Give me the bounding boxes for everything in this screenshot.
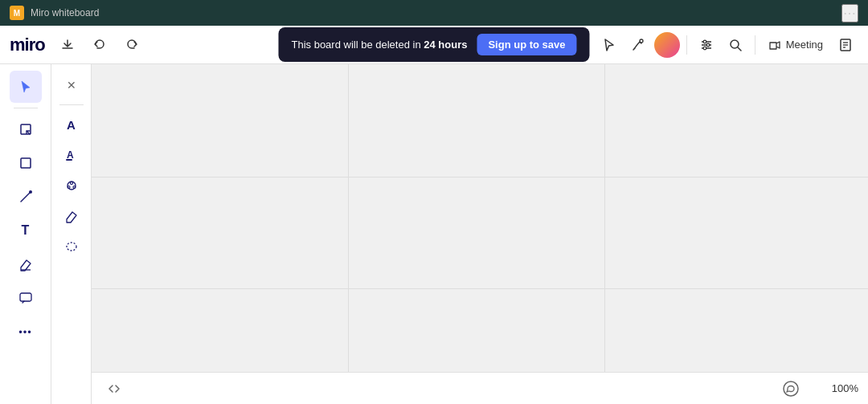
select-tool-button[interactable] [10, 71, 42, 103]
text-a-tool-button[interactable]: A [57, 110, 86, 139]
notification-banner: This board will be deleted in 24 hours S… [278, 27, 589, 62]
sidebar-divider [14, 108, 38, 108]
avatar[interactable] [654, 32, 680, 58]
svg-point-0 [640, 39, 643, 43]
text-style-tool-button[interactable]: A [57, 141, 86, 169]
meeting-label: Meeting [786, 39, 823, 51]
redo-button[interactable] [119, 32, 145, 58]
svg-point-22 [70, 182, 72, 185]
bottom-bar: 100% [92, 372, 868, 404]
zoom-level: 100% [832, 382, 858, 394]
expand-button[interactable] [101, 376, 127, 402]
eraser-tool-button[interactable] [10, 248, 42, 280]
svg-point-16 [29, 190, 32, 194]
panel-eraser-button[interactable] [57, 202, 86, 231]
undo-button[interactable] [87, 32, 113, 58]
settings-button[interactable] [694, 32, 719, 58]
sticky-note-tool-button[interactable] [10, 113, 42, 145]
search-button[interactable] [723, 32, 748, 58]
svg-point-25 [67, 243, 76, 251]
svg-line-15 [21, 192, 31, 202]
grid-line-h1 [92, 177, 868, 178]
app-icon: M [10, 6, 24, 20]
comment-tool-button[interactable] [10, 282, 42, 314]
svg-line-8 [738, 47, 741, 51]
line-tool-button[interactable] [10, 181, 42, 213]
cursor-tool-button[interactable] [596, 32, 622, 58]
panel-divider [59, 104, 84, 105]
svg-point-5 [706, 43, 710, 47]
toolbar: miro This board will be deleted in 24 ho… [0, 26, 868, 64]
svg-point-23 [73, 186, 76, 189]
titlebar: M Miro whiteboard ⋯ [0, 0, 868, 26]
text-tool-button[interactable]: T [10, 214, 42, 247]
toolbar-divider [686, 35, 687, 55]
svg-point-6 [703, 47, 706, 50]
meeting-button[interactable]: Meeting [762, 35, 829, 55]
notes-button[interactable] [833, 32, 858, 58]
canvas[interactable]: 100% [92, 64, 868, 404]
main-area: T ••• ✕ A A [0, 64, 868, 404]
window-title: Miro whiteboard [31, 7, 99, 18]
svg-point-24 [68, 186, 70, 189]
grid-line-h2 [92, 288, 868, 289]
svg-rect-13 [21, 124, 31, 134]
svg-point-26 [784, 382, 798, 396]
hours-highlight: 24 hours [424, 39, 467, 51]
shape-tool-button[interactable] [10, 147, 42, 179]
more-tools-button[interactable]: ••• [10, 316, 42, 348]
grid-line-v1 [348, 64, 349, 404]
ai-tool-button[interactable] [57, 171, 86, 200]
notification-text: This board will be deleted in 24 hours [291, 39, 467, 51]
grid-line-v2 [604, 64, 605, 404]
right-toolbar: Meeting [596, 32, 858, 58]
lasso-tool-button[interactable] [57, 232, 86, 261]
svg-rect-14 [21, 158, 31, 168]
tools-panel-close-button[interactable]: ✕ [57, 71, 86, 100]
left-sidebar: T ••• [0, 64, 51, 404]
svg-text:A: A [67, 149, 74, 161]
miro-logo: miro [10, 35, 45, 55]
chat-button[interactable] [778, 376, 804, 402]
toolbar-divider2 [755, 35, 755, 55]
tools-panel: ✕ A A [51, 64, 92, 404]
svg-rect-18 [20, 293, 31, 301]
export-button[interactable] [55, 32, 80, 58]
signup-button[interactable]: Sign up to save [477, 34, 576, 55]
svg-point-4 [703, 40, 706, 43]
titlebar-more-button[interactable]: ⋯ [841, 4, 858, 22]
svg-rect-20 [66, 159, 72, 161]
pen-tool-button[interactable] [625, 32, 651, 58]
